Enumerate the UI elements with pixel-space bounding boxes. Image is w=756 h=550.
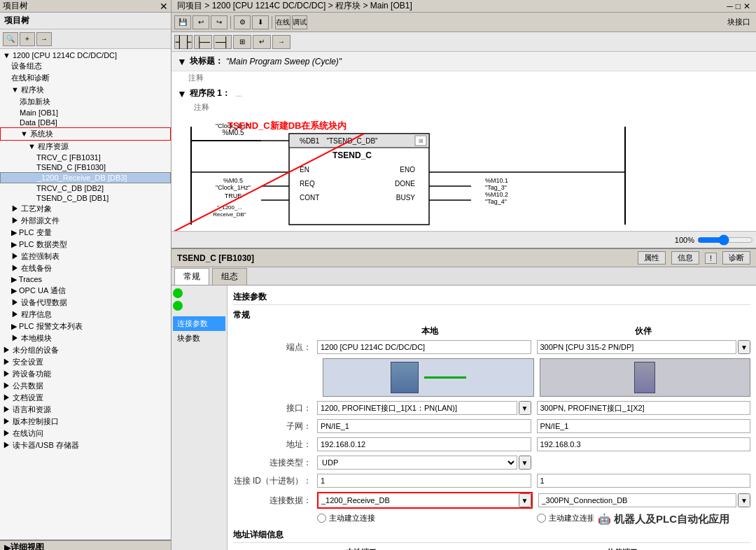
partner-endpoint-dropdown[interactable]: ▼: [738, 340, 750, 354]
tree-item-device-config[interactable]: 设备组态: [0, 60, 171, 72]
local-interface-dropdown[interactable]: ▼: [519, 401, 531, 415]
edit-btn6[interactable]: →: [272, 35, 290, 49]
tree-item-receive-db3[interactable]: _1200_Receive_DB [DB3]: [0, 172, 171, 183]
tree-item-data-db4[interactable]: Data [DB4]: [0, 118, 171, 127]
tree-item-prog-blocks[interactable]: ▼ 程序块: [0, 84, 171, 96]
tree-item-tsend-fb1030[interactable]: TSEND_C [FB1030]: [0, 162, 171, 172]
local-endpoint-input[interactable]: [317, 340, 531, 354]
tree-item-online-backup[interactable]: ▶ 在线备份: [0, 262, 171, 274]
local-conn-data-dropdown[interactable]: ▼: [519, 493, 531, 507]
tree-item-external-src[interactable]: ▶ 外部源文件: [0, 215, 171, 227]
auto-connect-row: 主动建立连接 主动建立连接: [233, 513, 750, 523]
online-btn[interactable]: 在线: [275, 15, 290, 29]
partner-subnet-input[interactable]: [537, 419, 751, 433]
conn-type-select-row: UDP TCP ▼: [317, 456, 531, 470]
debug-btn[interactable]: 调试: [292, 15, 307, 29]
tree-item-doc-settings[interactable]: ▶ 文档设置: [0, 392, 171, 404]
conn-type-dropdown[interactable]: ▼: [519, 456, 531, 470]
local-subnet-input[interactable]: [317, 419, 531, 433]
partner-auto-connect-label[interactable]: 主动建立连接: [537, 513, 751, 523]
tab-config[interactable]: 组态: [212, 268, 247, 285]
tree-item-security[interactable]: ▶ 安全设置: [0, 356, 171, 368]
undo-btn[interactable]: ↩: [192, 15, 209, 29]
address-inputs: [317, 437, 750, 451]
tab-config-label: 组态: [221, 272, 238, 281]
partner-conn-data-dropdown[interactable]: ▼: [738, 493, 750, 507]
toolbar-arrow-btn[interactable]: →: [36, 32, 52, 46]
tree-item-online-diag[interactable]: 在线和诊断: [0, 72, 171, 84]
tree-item-plc-supervision[interactable]: ▶ PLC 报警文本列表: [0, 320, 171, 332]
tree-item-plc-vars[interactable]: ▶ PLC 变量: [0, 227, 171, 239]
detail-view-header[interactable]: ▶ 详细视图: [0, 541, 171, 550]
tree-item-card-reader[interactable]: ▶ 读卡器/USB 存储器: [0, 439, 171, 451]
local-auto-connect-radio[interactable]: [317, 514, 326, 523]
props-warn-btn[interactable]: !: [705, 253, 717, 264]
tab-general[interactable]: 常规: [174, 268, 209, 285]
tree-item-online-access[interactable]: ▶ 在线访问: [0, 428, 171, 439]
local-interface-input[interactable]: [317, 401, 517, 415]
edit-btn4[interactable]: ⊞: [233, 35, 251, 49]
toolbar-search-btn[interactable]: 🔍: [3, 32, 18, 46]
partner-address-input[interactable]: [537, 437, 751, 451]
public-data-label: 公共数据: [13, 381, 43, 390]
zoom-slider[interactable]: [697, 234, 753, 246]
download-btn[interactable]: ⬇: [252, 15, 269, 29]
segment-collapse-icon[interactable]: ▼: [177, 88, 187, 99]
edit-btn2[interactable]: ├─: [194, 35, 212, 49]
partner-conn-id-input[interactable]: [537, 474, 751, 488]
partner-auto-connect-radio[interactable]: [537, 514, 546, 523]
partner-endpoint-input[interactable]: [537, 340, 737, 354]
tree-item-trcv-db2[interactable]: TRCV_C_DB [DB2]: [0, 183, 171, 193]
toolbar-add-btn[interactable]: +: [20, 32, 35, 46]
local-modules-label: 本地模块: [21, 334, 52, 342]
tree-item-public-data[interactable]: ▶ 公共数据: [0, 380, 171, 392]
tree-item-traces[interactable]: ▶ Traces: [0, 274, 171, 285]
redo-btn[interactable]: ↪: [211, 15, 227, 29]
data-db4-label: Data [DB4]: [20, 118, 57, 127]
partner-interface-input[interactable]: [537, 401, 751, 415]
edit-btn3[interactable]: ─┤: [214, 35, 232, 49]
local-conn-id-input[interactable]: [317, 474, 531, 488]
tree-item-plc-types[interactable]: ▶ PLC 数据类型: [0, 239, 171, 251]
tree-item-prog-info[interactable]: ▶ 程序信息: [0, 309, 171, 320]
tree-item-watch-force[interactable]: ▶ 监控强制表: [0, 251, 171, 262]
zoom-value: 100%: [675, 236, 694, 244]
tree-item-trcv-fb1031[interactable]: TRCV_C [FB1031]: [0, 153, 171, 162]
local-auto-connect-label[interactable]: 主动建立连接: [317, 513, 531, 523]
tree-item-system-blocks[interactable]: ▼ 系统块: [0, 127, 171, 141]
tree-item-main-ob1[interactable]: Main [OB1]: [0, 108, 171, 118]
props-info-btn[interactable]: 信息: [671, 251, 699, 265]
close-project-icon[interactable]: ✕: [160, 1, 168, 12]
save-btn[interactable]: 💾: [174, 15, 191, 29]
tree-item-local-modules[interactable]: ▶ 本地模块: [0, 332, 171, 344]
sidebar-block-params[interactable]: 块参数: [173, 331, 225, 346]
partner-device-icon: [634, 362, 655, 393]
local-address-input[interactable]: [317, 437, 531, 451]
sidebar-conn-params[interactable]: 连接参数: [173, 316, 225, 331]
tree-item-lang-resources[interactable]: ▶ 语言和资源: [0, 404, 171, 416]
collapse-icon[interactable]: ▼: [177, 56, 187, 67]
tree-item-tsend-db1[interactable]: TSEND_C_DB [DB1]: [0, 193, 171, 203]
local-conn-data-input[interactable]: [318, 493, 517, 507]
edit-btn1[interactable]: ┤├: [174, 35, 192, 49]
partner-conn-data-input[interactable]: [538, 493, 737, 507]
tree-item-cross-device[interactable]: ▶ 跨设备功能: [0, 368, 171, 380]
tree-item-prog-resources[interactable]: ▼ 程序资源: [0, 141, 171, 153]
edit-btn5[interactable]: ↵: [253, 35, 271, 49]
tree-item-version-ctrl[interactable]: ▶ 版本控制接口: [0, 416, 171, 428]
tree-item-ungrouped[interactable]: ▶ 未分组的设备: [0, 344, 171, 356]
restore-icon[interactable]: □: [736, 1, 741, 11]
tree-item-add-block[interactable]: 添加新块: [0, 96, 171, 108]
tree-item-opc-ua[interactable]: ▶ OPC UA 通信: [0, 285, 171, 297]
conn-type-select[interactable]: UDP TCP: [317, 456, 517, 470]
close-icon[interactable]: ✕: [743, 1, 750, 11]
compile-btn[interactable]: ⚙: [234, 15, 251, 29]
minimize-icon[interactable]: ─: [727, 1, 733, 11]
props-attr-btn[interactable]: 属性: [638, 251, 666, 265]
tree-item-device-proxy[interactable]: ▶ 设备代理数据: [0, 297, 171, 309]
tree-item-root[interactable]: ▼ 1200 [CPU 1214C DC/DC/DC]: [0, 50, 171, 60]
props-diag-btn[interactable]: 诊断: [722, 251, 750, 265]
partner-subnet-container: [537, 419, 751, 433]
props-title-bar: TSEND_C [FB1030] 属性 信息 ! 诊断: [172, 249, 756, 267]
tree-item-tech-objects[interactable]: ▶ 工艺对象: [0, 203, 171, 215]
